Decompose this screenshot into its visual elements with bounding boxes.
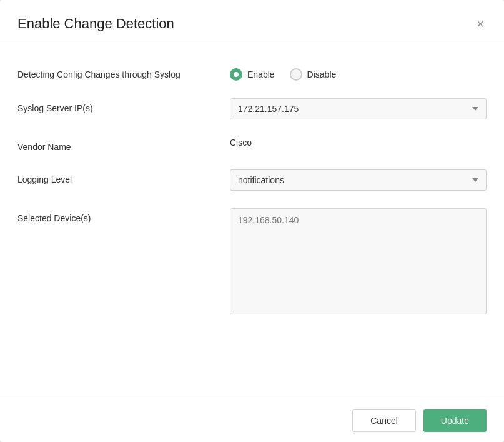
- syslog-server-label: Syslog Server IP(s): [17, 98, 230, 113]
- vendor-name-value: Cisco: [230, 133, 252, 148]
- selected-devices-textarea[interactable]: [230, 208, 487, 314]
- vendor-name-control: Cisco: [230, 137, 487, 148]
- dialog-body: Detecting Config Changes through Syslog …: [0, 44, 504, 399]
- enable-option[interactable]: Enable: [230, 68, 275, 81]
- disable-label: Disable: [307, 69, 337, 79]
- selected-devices-label: Selected Device(s): [17, 208, 230, 223]
- dialog-header: Enable Change Detection ×: [0, 0, 504, 44]
- logging-level-label: Logging Level: [17, 169, 230, 184]
- vendor-name-row: Vendor Name Cisco: [17, 137, 487, 152]
- dialog-footer: Cancel Update: [0, 399, 504, 442]
- syslog-server-row: Syslog Server IP(s) 172.21.157.175: [17, 98, 487, 119]
- cancel-button[interactable]: Cancel: [352, 409, 416, 432]
- vendor-name-label: Vendor Name: [17, 137, 230, 152]
- logging-level-dropdown[interactable]: notificationsdebugginginformationalwarni…: [230, 169, 487, 191]
- selected-devices-row: Selected Device(s): [17, 208, 487, 317]
- enable-change-detection-dialog: Enable Change Detection × Detecting Conf…: [0, 0, 504, 442]
- enable-radio[interactable]: [230, 68, 242, 81]
- disable-radio[interactable]: [290, 68, 302, 81]
- syslog-detection-label: Detecting Config Changes through Syslog: [17, 64, 230, 79]
- update-button[interactable]: Update: [423, 409, 487, 432]
- syslog-detection-row: Detecting Config Changes through Syslog …: [17, 64, 487, 81]
- disable-option[interactable]: Disable: [290, 68, 337, 81]
- logging-level-row: Logging Level notificationsdebugginginfo…: [17, 169, 487, 191]
- dialog-title: Enable Change Detection: [17, 16, 174, 32]
- logging-level-control: notificationsdebugginginformationalwarni…: [230, 169, 487, 191]
- syslog-detection-control: Enable Disable: [230, 64, 487, 81]
- enable-label: Enable: [247, 69, 275, 79]
- selected-devices-control: [230, 208, 487, 317]
- syslog-server-control: 172.21.157.175: [230, 98, 487, 119]
- syslog-server-dropdown[interactable]: 172.21.157.175: [230, 98, 487, 119]
- close-button[interactable]: ×: [474, 15, 487, 33]
